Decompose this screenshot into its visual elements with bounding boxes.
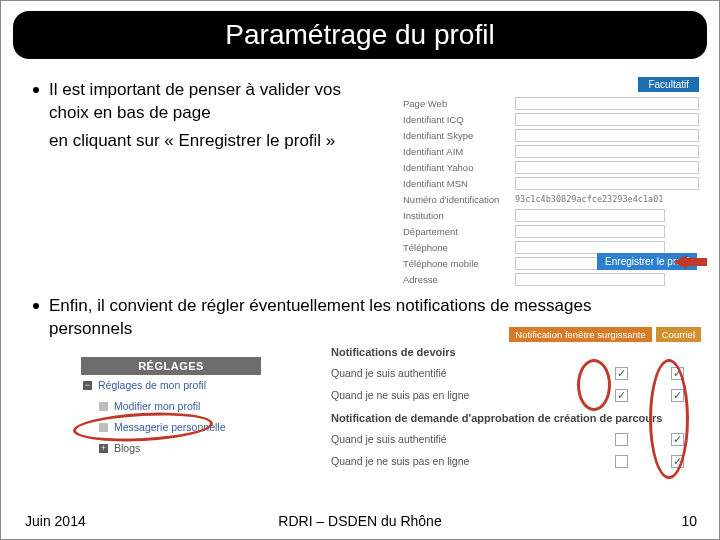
checkbox-email-2[interactable] bbox=[671, 389, 684, 402]
checkbox-email-4[interactable] bbox=[671, 455, 684, 468]
notification-panel-screenshot: Notification fenêtre surgissante Courrie… bbox=[331, 327, 701, 472]
settings-item-modify[interactable]: Modifier mon profil bbox=[81, 396, 261, 417]
settings-link-3[interactable]: Messagerie personnelle bbox=[114, 421, 225, 433]
slide: Paramétrage du profil Il est important d… bbox=[0, 0, 720, 540]
checkbox-popup-3[interactable] bbox=[615, 433, 628, 446]
checkbox-popup-4[interactable] bbox=[615, 455, 628, 468]
square-icon bbox=[99, 423, 108, 432]
facultatif-badge: Facultatif bbox=[638, 77, 699, 92]
input-institution[interactable] bbox=[515, 209, 665, 222]
settings-link-4[interactable]: Blogs bbox=[114, 442, 140, 454]
footer-center: RDRI – DSDEN du Rhône bbox=[1, 513, 719, 529]
row-numid: Numéro d'identification93c1c4b30829acfce… bbox=[403, 191, 699, 207]
input-page-web[interactable] bbox=[515, 97, 699, 110]
footer-page-number: 10 bbox=[681, 513, 697, 529]
checkbox-popup-2[interactable] bbox=[615, 389, 628, 402]
settings-panel-screenshot: RÉGLAGES − Réglages de mon profil Modifi… bbox=[81, 357, 261, 459]
row-yahoo: Identifiant Yahoo bbox=[403, 159, 699, 175]
row-icq: Identifiant ICQ bbox=[403, 111, 699, 127]
numid-value: 93c1c4b30829acfce23293e4c1a01 bbox=[515, 194, 663, 204]
bullet-dot-icon bbox=[33, 87, 39, 93]
row-adresse: Adresse bbox=[403, 271, 699, 287]
input-msn[interactable] bbox=[515, 177, 699, 190]
input-yahoo[interactable] bbox=[515, 161, 699, 174]
checkbox-email-1[interactable] bbox=[671, 367, 684, 380]
notif-section-title-2: Notification de demande d'approbation de… bbox=[331, 412, 701, 424]
title-bar: Paramétrage du profil bbox=[13, 11, 707, 59]
content-area: Il est important de penser à valider vos… bbox=[33, 79, 699, 151]
settings-item-messaging[interactable]: Messagerie personnelle bbox=[81, 417, 261, 438]
minus-icon: − bbox=[83, 381, 92, 390]
square-icon bbox=[99, 402, 108, 411]
settings-link-1[interactable]: Réglages de mon profil bbox=[98, 379, 206, 391]
checkbox-email-3[interactable] bbox=[671, 433, 684, 446]
notif-row-4: Quand je ne suis pas en ligne bbox=[331, 450, 701, 472]
input-telephone[interactable] bbox=[515, 241, 665, 254]
checkbox-popup-1[interactable] bbox=[615, 367, 628, 380]
input-icq[interactable] bbox=[515, 113, 699, 126]
settings-item-blogs[interactable]: + Blogs bbox=[81, 438, 261, 459]
row-skype: Identifiant Skype bbox=[403, 127, 699, 143]
settings-link-2[interactable]: Modifier mon profil bbox=[114, 400, 200, 412]
notif-section-title-1: Notifications de devoirs bbox=[331, 346, 701, 358]
bullet-1-text: Il est important de penser à valider vos… bbox=[49, 79, 384, 125]
notif-row-2: Quand je ne suis pas en ligne bbox=[331, 384, 701, 406]
plus-icon: + bbox=[99, 444, 108, 453]
row-aim: Identifiant AIM bbox=[403, 143, 699, 159]
chip-popup: Notification fenêtre surgissante bbox=[509, 327, 651, 342]
settings-header: RÉGLAGES bbox=[81, 357, 261, 375]
input-aim[interactable] bbox=[515, 145, 699, 158]
notif-row-3: Quand je suis authentifié bbox=[331, 428, 701, 450]
row-departement: Département bbox=[403, 223, 699, 239]
slide-title: Paramétrage du profil bbox=[225, 19, 494, 51]
notif-header-chips: Notification fenêtre surgissante Courrie… bbox=[331, 327, 701, 342]
input-adresse[interactable] bbox=[515, 273, 665, 286]
input-departement[interactable] bbox=[515, 225, 665, 238]
row-institution: Institution bbox=[403, 207, 699, 223]
bullet-dot-icon bbox=[33, 303, 39, 309]
row-msn: Identifiant MSN bbox=[403, 175, 699, 191]
notif-row-1: Quand je suis authentifié bbox=[331, 362, 701, 384]
row-page-web: Page Web bbox=[403, 95, 699, 111]
chip-email: Courriel bbox=[656, 327, 701, 342]
footer-date: Juin 2014 bbox=[25, 513, 86, 529]
profile-form-screenshot: Facultatif Page Web Identifiant ICQ Iden… bbox=[403, 77, 699, 287]
slide-footer: Juin 2014 RDRI – DSDEN du Rhône 10 bbox=[1, 513, 719, 529]
input-skype[interactable] bbox=[515, 129, 699, 142]
settings-item-profile[interactable]: − Réglages de mon profil bbox=[81, 375, 261, 396]
